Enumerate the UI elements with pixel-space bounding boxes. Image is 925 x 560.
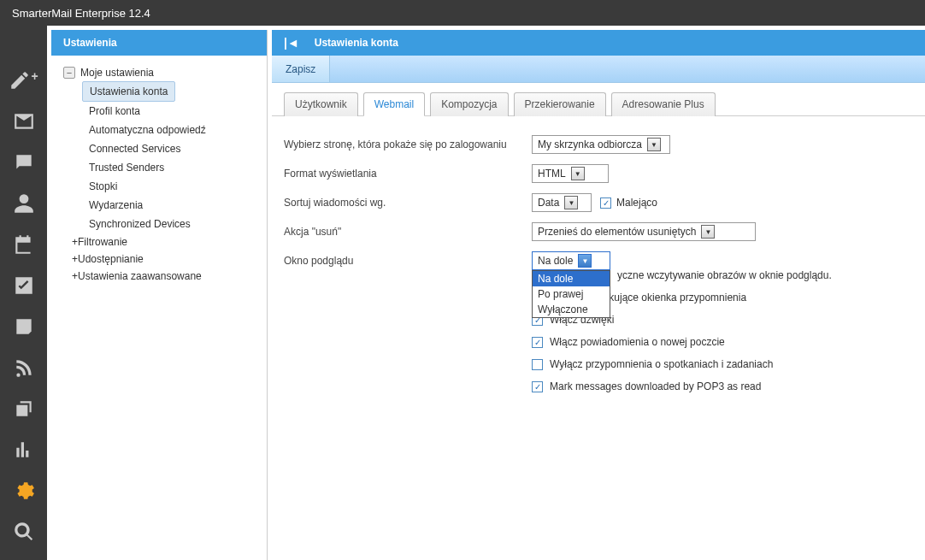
checkbox-new-mail-notify[interactable]: ✓ <box>532 337 543 348</box>
mail-icon <box>13 110 35 133</box>
label-preview-window: Okno podglądu <box>284 255 532 267</box>
select-delete-action[interactable]: Przenieś do elementów usuniętych ▼ <box>532 222 756 241</box>
search-icon <box>13 521 35 543</box>
tab-forwarding[interactable]: Przekierowanie <box>514 92 606 116</box>
checkbox-descending[interactable]: ✓ <box>600 197 611 209</box>
checkbox-label-tail: yczne wczytywanie obrazów w oknie podglą… <box>617 269 832 281</box>
dropdown-preview-options: Na dole Po prawej Wyłączone <box>532 270 610 318</box>
icon-rail: + 07 <box>0 26 47 560</box>
rail-rss[interactable] <box>0 347 47 388</box>
dropdown-icon: ▼ <box>571 167 585 180</box>
label-login-page: Wybierz stronę, która pokaże się po zalo… <box>284 139 532 150</box>
checkbox-disable-meeting-reminders[interactable] <box>532 359 543 370</box>
select-value: My skrzynka odbiorcza <box>538 139 642 150</box>
tab-user[interactable]: Użytkownik <box>284 92 358 116</box>
checkbox-label: Włącz powiadomienia o nowej poczcie <box>550 336 725 348</box>
select-sort-by[interactable]: Data ▼ <box>532 193 592 212</box>
tab-webmail[interactable]: Webmail <box>363 92 425 116</box>
app-title-bar: SmarterMail Enterprise 12.4 <box>0 0 925 26</box>
app-title: SmarterMail Enterprise 12.4 <box>12 7 150 20</box>
content-panel: |◄ Ustawienia konta Zapisz Użytkownik We… <box>272 30 925 560</box>
tree-item-connected-services[interactable]: Connected Services <box>82 139 267 158</box>
collapse-icon[interactable]: − <box>63 67 75 79</box>
tree-label: Ustawienia zaawansowane <box>78 270 202 282</box>
tab-compose[interactable]: Kompozycja <box>430 92 508 116</box>
dropdown-icon: ▼ <box>564 196 578 209</box>
checkbox-label: Mark messages downloaded by POP3 as read <box>550 380 761 392</box>
left-panel-title: Ustawienia <box>63 37 117 49</box>
dropdown-icon: ▼ <box>647 138 661 151</box>
tab-plus-addressing[interactable]: Adresowanie Plus <box>611 92 716 116</box>
svg-text:07: 07 <box>20 244 29 253</box>
chart-icon <box>13 439 35 461</box>
user-icon <box>13 192 35 215</box>
dropdown-icon: ▼ <box>578 254 592 268</box>
dropdown-option[interactable]: Po prawej <box>533 286 610 302</box>
tree-item-sync-devices[interactable]: Synchronized Devices <box>82 215 267 233</box>
form-area: Wybierz stronę, która pokaże się po zalo… <box>272 116 925 421</box>
settings-tree-panel: Ustawienia − Moje ustawienia Ustawienia … <box>51 30 268 560</box>
dropdown-icon: ▼ <box>701 225 715 239</box>
rail-notes[interactable] <box>0 306 47 347</box>
tabs-bar: Użytkownik Webmail Kompozycja Przekierow… <box>272 83 925 116</box>
tree-node-filtering[interactable]: + Filtrowanie <box>51 233 267 251</box>
chat-icon <box>13 151 35 174</box>
label-sort-by: Sortuj wiadomości wg. <box>284 197 532 209</box>
expand-icon[interactable]: + <box>72 253 78 265</box>
checkbox-pop3-read[interactable]: ✓ <box>532 381 543 392</box>
rail-files[interactable] <box>0 388 47 429</box>
expand-icon[interactable]: + <box>72 270 78 282</box>
plus-icon: + <box>31 69 38 83</box>
dropdown-option[interactable]: Na dole <box>533 271 610 286</box>
tree-node-my-settings[interactable]: − Moje ustawienia <box>51 64 267 81</box>
compose-button[interactable]: + <box>0 60 47 101</box>
tree-node-advanced[interactable]: + Ustawienia zaawansowane <box>51 268 267 285</box>
rail-calendar[interactable]: 07 <box>0 224 47 265</box>
collapse-left-icon[interactable]: |◄ <box>284 36 299 50</box>
tree-label: Udostępnianie <box>78 253 144 265</box>
select-preview-window[interactable]: Na dole ▼ <box>532 251 610 270</box>
content-header: |◄ Ustawienia konta <box>272 30 925 56</box>
tree-label: Moje ustawienia <box>80 67 154 79</box>
select-login-page[interactable]: My skrzynka odbiorcza ▼ <box>532 135 670 154</box>
rail-contacts[interactable] <box>0 183 47 224</box>
note-icon <box>13 315 35 338</box>
rail-chat[interactable] <box>0 142 47 183</box>
rail-tasks[interactable] <box>0 265 47 306</box>
toolbar: Zapisz <box>272 56 925 83</box>
tree-item-profile[interactable]: Profil konta <box>82 102 267 121</box>
files-icon <box>13 398 35 420</box>
tree-item-signatures[interactable]: Stopki <box>82 177 267 196</box>
checkbox-label: Malejąco <box>616 197 657 209</box>
tree-item-account-settings[interactable]: Ustawienia konta <box>82 81 175 102</box>
gear-icon <box>13 480 35 502</box>
select-value: Data <box>538 197 559 209</box>
left-panel-header: Ustawienia <box>51 30 267 56</box>
tree-item-autoreply[interactable]: Automatyczna odpowiedź <box>82 121 267 139</box>
tree-item-trusted-senders[interactable]: Trusted Senders <box>82 158 267 177</box>
rail-mail[interactable] <box>0 101 47 142</box>
save-button[interactable]: Zapisz <box>272 56 330 82</box>
check-icon <box>13 274 35 297</box>
rail-reports[interactable] <box>0 429 47 470</box>
select-value: HTML <box>538 168 566 180</box>
compose-icon <box>9 69 31 91</box>
label-display-format: Format wyświetlania <box>284 168 532 180</box>
select-value: Na dole <box>538 255 573 267</box>
content-title: Ustawienia konta <box>315 37 398 49</box>
rss-icon <box>13 357 35 379</box>
select-value: Przenieś do elementów usuniętych <box>538 226 696 238</box>
tree-item-events[interactable]: Wydarzenia <box>82 196 267 215</box>
rail-search[interactable] <box>0 511 47 552</box>
checkbox-label: Wyłącz przypomnienia o spotkaniach i zad… <box>550 358 773 370</box>
select-display-format[interactable]: HTML ▼ <box>532 164 609 183</box>
rail-settings[interactable] <box>0 470 47 511</box>
expand-icon[interactable]: + <box>72 236 78 248</box>
calendar-icon: 07 <box>13 233 35 256</box>
label-delete-action: Akcja "usuń" <box>284 226 532 238</box>
tree-node-sharing[interactable]: + Udostępnianie <box>51 251 267 268</box>
dropdown-option[interactable]: Wyłączone <box>533 302 610 317</box>
tree-label: Filtrowanie <box>78 236 127 248</box>
